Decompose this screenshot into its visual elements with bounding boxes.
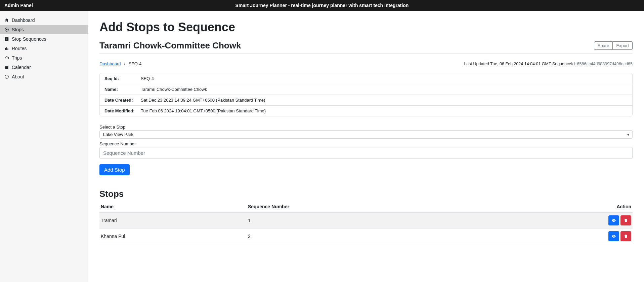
page-title: Add Stops to Sequence (99, 20, 633, 34)
stop-action-cell (486, 212, 633, 228)
table-row: Tramari1 (99, 212, 633, 228)
sequence-name: Taramri Chowk-Committee Chowk (99, 40, 241, 51)
brand: Admin Panel (0, 3, 88, 8)
sequence-hash: 6586ac44d988997d496ecd65 (577, 62, 633, 66)
stop-seqnum-cell: 1 (247, 212, 486, 228)
select-stop-dropdown[interactable]: Lake View Park (99, 130, 633, 139)
sidebar-item-about[interactable]: About (0, 72, 88, 81)
stop-seqnum-cell: 2 (247, 228, 486, 244)
sidebar-item-label: About (12, 74, 24, 79)
delete-button[interactable] (620, 215, 631, 225)
view-button[interactable] (608, 231, 619, 241)
main-content: Add Stops to Sequence Taramri Chowk-Comm… (88, 11, 644, 282)
sidebar-item-routes[interactable]: Routes (0, 44, 88, 53)
col-name: Name (99, 201, 247, 212)
col-seqnum: Sequence Number (247, 201, 486, 212)
sidebar-item-label: Trips (12, 55, 22, 61)
eye-icon (611, 218, 616, 223)
sidebar-item-dashboard[interactable]: Dashboard (0, 15, 88, 25)
sidebar-item-stops[interactable]: Stops (0, 25, 88, 34)
home-icon (4, 18, 9, 23)
sidebar-item-label: Calendar (12, 65, 31, 70)
sidebar-item-label: Dashboard (12, 17, 35, 23)
breadcrumb-separator: / (122, 61, 127, 66)
seq-id-label: Seq Id: (104, 76, 141, 81)
sidebar-item-label: Stops (12, 27, 24, 32)
info-card: Seq Id:SEQ-4 Name:Taramri Chowk-Committe… (99, 73, 633, 116)
trash-icon (624, 218, 628, 223)
breadcrumb: Dashboard / SEQ-4 (99, 61, 142, 66)
breadcrumb-root-link[interactable]: Dashboard (99, 61, 121, 66)
view-button[interactable] (608, 215, 619, 225)
sidebar-item-calendar[interactable]: Calendar (0, 63, 88, 72)
modified-label: Date Modified: (104, 108, 141, 113)
stops-table: Name Sequence Number Action Tramari1Khan… (99, 201, 633, 244)
trash-icon (624, 234, 628, 239)
topbar: Admin Panel Smart Journey Planner - real… (0, 0, 644, 11)
sidebar-item-trips[interactable]: Trips (0, 53, 88, 63)
modified-value: Tue Feb 06 2024 19:04:01 GMT+0500 (Pakis… (141, 108, 628, 113)
stop-name-cell: Khanna Pul (99, 228, 247, 244)
app-title: Smart Journey Planner - real-time journe… (235, 3, 409, 8)
last-updated-text: Last Updated Tue, 06 Feb 2024 14:04:01 G… (464, 62, 577, 66)
export-button[interactable]: Export (613, 41, 633, 50)
seq-id-value: SEQ-4 (141, 76, 628, 81)
dot-icon (4, 27, 9, 32)
col-action: Action (486, 201, 633, 212)
seqnum-input[interactable] (99, 147, 633, 159)
table-row: Khanna Pul2 (99, 228, 633, 244)
created-label: Date Created: (104, 98, 141, 103)
share-export-group: Share Export (594, 41, 633, 50)
stop-name-cell: Tramari (99, 212, 247, 228)
cloud-icon (4, 56, 9, 60)
sidebar-item-stop-sequences[interactable]: Stop Sequences (0, 34, 88, 44)
eye-icon (611, 234, 616, 239)
select-stop-wrap: Lake View Park ▼ (99, 130, 633, 139)
delete-button[interactable] (620, 231, 631, 241)
name-label: Name: (104, 87, 141, 92)
bars-icon (4, 46, 9, 51)
breadcrumb-current: SEQ-4 (128, 61, 141, 66)
meta-info: Last Updated Tue, 06 Feb 2024 14:04:01 G… (464, 62, 633, 66)
sidebar-item-label: Routes (12, 46, 27, 51)
stop-action-cell (486, 228, 633, 244)
subheader: Taramri Chowk-Committee Chowk Share Expo… (99, 40, 633, 54)
created-value: Sat Dec 23 2023 14:39:24 GMT+0500 (Pakis… (141, 98, 628, 103)
seqnum-label: Sequence Number (99, 141, 633, 146)
breadcrumb-row: Dashboard / SEQ-4 Last Updated Tue, 06 F… (99, 61, 633, 66)
sidebar-item-label: Stop Sequences (12, 36, 46, 42)
arrow-box-icon (4, 37, 9, 41)
name-value: Taramri Chowk-Committee Chowk (141, 87, 628, 92)
calendar-icon (4, 65, 9, 70)
add-stop-button[interactable]: Add Stop (99, 164, 130, 175)
share-button[interactable]: Share (594, 41, 613, 50)
stops-title: Stops (99, 189, 633, 199)
select-stop-label: Select a Stop: (99, 125, 633, 130)
sidebar: DashboardStopsStop SequencesRoutesTripsC… (0, 11, 88, 282)
question-icon (4, 74, 9, 79)
